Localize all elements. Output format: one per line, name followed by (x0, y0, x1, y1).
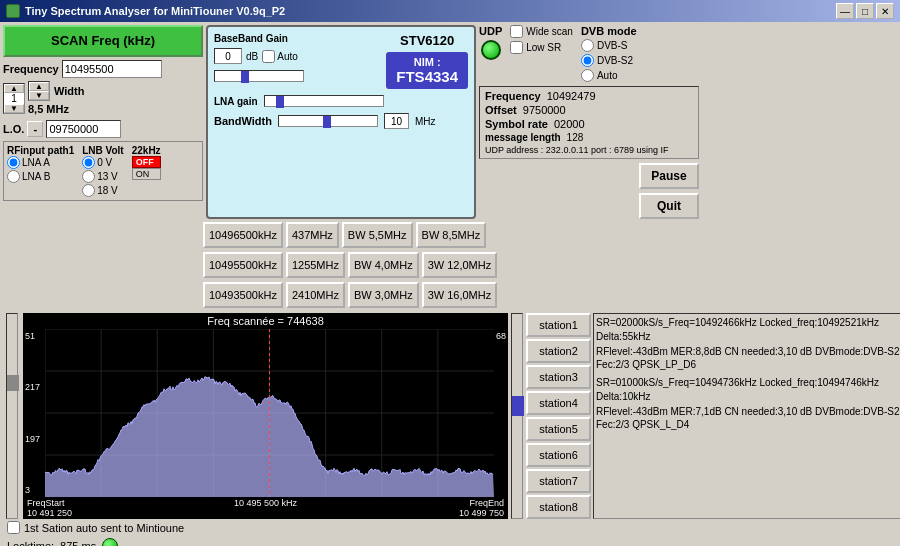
lna-b-row: LNA B (7, 170, 74, 183)
lo-minus-button[interactable]: - (27, 121, 43, 137)
lnb-volt-label: LNB Volt (82, 145, 123, 156)
nim-label: NIM : (396, 56, 458, 68)
preset-btn-10[interactable]: BW 3,0MHz (348, 282, 419, 308)
width-spinner[interactable]: ▲ ▼ (28, 81, 50, 101)
info-section: Frequency 10492479 Offset 9750000 Symbol… (479, 86, 699, 159)
lock-led (102, 538, 118, 546)
station2-button[interactable]: station2 (526, 339, 591, 363)
volt-18v-radio[interactable] (82, 184, 95, 197)
step-value[interactable] (4, 93, 24, 104)
close-button[interactable]: ✕ (876, 3, 894, 19)
width-up-button[interactable]: ▲ (29, 82, 49, 91)
wide-scan-label: Wide scan (526, 26, 573, 37)
freq-start-label: FreqStart (27, 498, 65, 508)
bw-slider[interactable] (278, 115, 378, 127)
dvb-auto-row: Auto (581, 69, 637, 82)
lna-radio-group: LNA A LNA B (7, 156, 74, 183)
dvb-title: DVB mode (581, 25, 637, 37)
spectrum-header: Freq scannée = 744638 (23, 313, 508, 329)
preset-btn-9[interactable]: 2410MHz (286, 282, 345, 308)
maximize-button[interactable]: □ (856, 3, 874, 19)
preset-btn-3[interactable]: BW 8,5MHz (416, 222, 487, 248)
width-value: 8,5 MHz (28, 103, 84, 115)
preset-btn-11[interactable]: 3W 16,0MHz (422, 282, 498, 308)
preset-btn-0[interactable]: 10496500kHz (203, 222, 283, 248)
station-v-slider[interactable] (511, 313, 523, 519)
lo-input[interactable] (46, 120, 121, 138)
spectrum-canvas-area: Freq scannée = 744638 51 217 197 3 68 (23, 313, 508, 519)
auto-label: Auto (277, 51, 298, 62)
lna-a-label: LNA A (22, 157, 50, 168)
preset-btn-5[interactable]: 1255MHz (286, 252, 345, 278)
lna-row: LNA gain (214, 95, 468, 107)
app-icon (6, 4, 20, 18)
pause-button[interactable]: Pause (639, 163, 699, 189)
bw-val-input[interactable] (384, 113, 409, 129)
wide-scan-checkbox[interactable] (510, 25, 523, 38)
lna-b-label: LNA B (22, 171, 50, 182)
bottom-section: Freq scannée = 744638 51 217 197 3 68 (3, 313, 897, 546)
symbol-rate-info-row: Symbol rate 02000 (485, 118, 693, 130)
offset-info-val: 9750000 (523, 104, 566, 116)
low-sr-checkbox[interactable] (510, 41, 523, 54)
udp-led (481, 40, 501, 60)
station3-button[interactable]: station3 (526, 365, 591, 389)
dvb-s2-radio[interactable] (581, 54, 594, 67)
freq-center-col: 10 495 500 kHz (234, 498, 297, 518)
y-slider[interactable] (6, 313, 18, 519)
step-down-button[interactable]: ▼ (4, 104, 24, 113)
width-label: Width (54, 85, 84, 97)
preset-btn-7[interactable]: 3W 12,0MHz (422, 252, 498, 278)
dvb-auto-radio[interactable] (581, 69, 594, 82)
lnb-section: RFinput path1 LNA A LNA B LNB Volt (3, 141, 203, 201)
step-spinner[interactable]: ▲ ▼ (3, 83, 25, 114)
y-label-197: 197 (25, 434, 43, 444)
volt-13v-radio[interactable] (82, 170, 95, 183)
lna-slider[interactable] (264, 95, 384, 107)
pause-quit-area: Pause Quit (479, 163, 699, 219)
result1-line1: SR=02000kS/s_Freq=10492466kHz Locked_fre… (596, 316, 900, 344)
freq22-col: 22kHz OFF ON (132, 145, 161, 197)
station6-button[interactable]: station6 (526, 443, 591, 467)
lna-thumb (276, 96, 284, 108)
preset-btn-4[interactable]: 10495500kHz (203, 252, 283, 278)
station4-button[interactable]: station4 (526, 391, 591, 415)
low-sr-row: Low SR (510, 41, 573, 54)
auto-checkbox[interactable] (262, 50, 275, 63)
preset-btn-8[interactable]: 10493500kHz (203, 282, 283, 308)
freq-start-col: FreqStart 10 491 250 (27, 498, 72, 518)
station8-button[interactable]: station8 (526, 495, 591, 519)
preset-row-2: 10495500kHz 1255MHz BW 4,0MHz 3W 12,0MHz (203, 252, 897, 280)
preset-btn-1[interactable]: 437MHz (286, 222, 339, 248)
lna-label: LNA gain (214, 96, 258, 107)
frequency-input[interactable] (62, 60, 162, 78)
off-badge: OFF (132, 156, 161, 168)
bw-unit: MHz (415, 116, 436, 127)
volt-0v-radio[interactable] (82, 156, 95, 169)
station7-button[interactable]: station7 (526, 469, 591, 493)
station-list: station1 station2 station3 station4 stat… (526, 313, 591, 519)
step-up-button[interactable]: ▲ (4, 84, 24, 93)
bw-thumb (323, 116, 331, 128)
width-down-button[interactable]: ▼ (29, 91, 49, 100)
baseband-slider[interactable] (214, 70, 304, 82)
lna-a-radio[interactable] (7, 156, 20, 169)
lna-b-radio[interactable] (7, 170, 20, 183)
db-input[interactable] (214, 48, 242, 64)
dvb-s-radio[interactable] (581, 39, 594, 52)
scan-button[interactable]: SCAN Freq (kHz) (3, 25, 203, 57)
dvb-s-label: DVB-S (597, 40, 628, 51)
bw-row: BandWidth MHz (214, 113, 468, 129)
minimize-button[interactable]: — (836, 3, 854, 19)
dvb-s-row: DVB-S (581, 39, 637, 52)
y-slider-thumb (7, 375, 19, 391)
volt-13v-row: 13 V (82, 170, 123, 183)
baseband-title: BaseBand Gain (214, 33, 304, 44)
quit-button[interactable]: Quit (639, 193, 699, 219)
station5-button[interactable]: station5 (526, 417, 591, 441)
station1-button[interactable]: station1 (526, 313, 591, 337)
preset-btn-2[interactable]: BW 5,5MHz (342, 222, 413, 248)
preset-btn-6[interactable]: BW 4,0MHz (348, 252, 419, 278)
first-station-checkbox[interactable] (7, 521, 20, 534)
udp-section: UDP (479, 25, 502, 82)
